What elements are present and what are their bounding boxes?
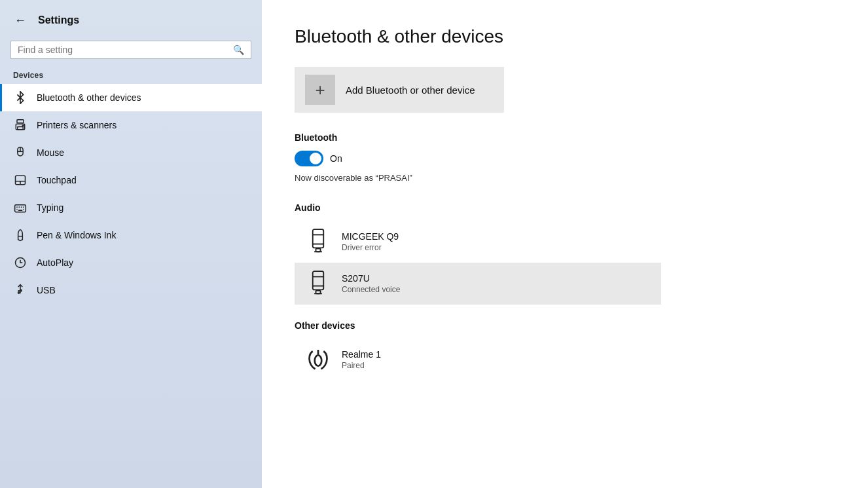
touchpad-icon [13, 173, 27, 187]
sidebar-item-touchpad[interactable]: Touchpad [0, 166, 262, 194]
sidebar-item-bluetooth-label: Bluetooth & other devices [37, 92, 141, 103]
bluetooth-toggle-row: On [295, 151, 835, 166]
s207u-status: Connected voice [342, 285, 400, 294]
device-item-s207u[interactable]: S207U Connected voice [295, 263, 661, 305]
printer-icon [13, 118, 27, 132]
main-content: Bluetooth & other devices + Add Bluetoot… [262, 0, 868, 488]
back-icon: ← [14, 14, 26, 28]
sidebar-item-mouse[interactable]: Mouse [0, 139, 262, 166]
svg-point-3 [22, 125, 24, 126]
sidebar-item-bluetooth[interactable]: Bluetooth & other devices [0, 84, 262, 111]
bluetooth-toggle-label: On [330, 153, 342, 164]
keyboard-icon [13, 200, 27, 215]
discoverable-text: Now discoverable as “PRASAI” [295, 173, 835, 183]
svg-rect-10 [15, 205, 26, 212]
autoplay-icon [13, 255, 27, 270]
page-title: Bluetooth & other devices [295, 26, 835, 47]
sidebar: ← Settings 🔍 Devices Bluetooth & other d… [0, 0, 262, 488]
s207u-icon [305, 271, 331, 297]
mouse-icon [13, 145, 27, 160]
bluetooth-heading: Bluetooth [295, 132, 835, 143]
toggle-knob [310, 153, 321, 164]
audio-heading: Audio [295, 202, 835, 213]
sidebar-item-typing[interactable]: Typing [0, 194, 262, 221]
svg-rect-25 [313, 229, 323, 248]
sidebar-item-autoplay-label: AutoPlay [37, 257, 73, 268]
devices-section-label: Devices [0, 68, 262, 84]
svg-rect-2 [18, 127, 23, 130]
device-item-realme1[interactable]: Realme 1 Paired [295, 339, 661, 381]
realme1-icon [305, 347, 331, 373]
micgeek-info: MICGEEK Q9 Driver error [342, 231, 399, 252]
bluetooth-toggle[interactable] [295, 151, 323, 166]
sidebar-item-typing-label: Typing [37, 202, 63, 213]
sidebar-item-usb[interactable]: USB [0, 276, 262, 304]
s207u-name: S207U [342, 273, 400, 284]
sidebar-header: ← Settings [0, 0, 262, 37]
sidebar-item-pen[interactable]: Pen & Windows Ink [0, 221, 262, 249]
other-devices-section: Other devices Realme 1 Paired [295, 320, 835, 381]
pen-icon [13, 228, 27, 242]
s207u-info: S207U Connected voice [342, 273, 400, 294]
audio-section: Audio MICGEEK Q9 Driver error [295, 202, 835, 305]
svg-rect-23 [18, 292, 20, 294]
sidebar-item-pen-label: Pen & Windows Ink [37, 230, 116, 240]
svg-rect-30 [313, 271, 323, 290]
realme1-status: Paired [342, 361, 381, 370]
micgeek-icon [305, 229, 331, 255]
other-devices-heading: Other devices [295, 320, 835, 331]
add-icon: + [305, 75, 335, 105]
sidebar-item-autoplay[interactable]: AutoPlay [0, 249, 262, 276]
sidebar-item-printers-label: Printers & scanners [37, 120, 117, 130]
svg-rect-0 [17, 120, 24, 123]
sidebar-title: Settings [38, 14, 79, 26]
search-icon: 🔍 [233, 45, 244, 55]
search-box[interactable]: 🔍 [10, 41, 251, 59]
bluetooth-icon [13, 90, 27, 105]
realme1-info: Realme 1 Paired [342, 349, 381, 370]
sidebar-item-usb-label: USB [37, 285, 56, 295]
add-device-label: Add Bluetooth or other device [346, 84, 475, 96]
sidebar-item-printers[interactable]: Printers & scanners [0, 111, 262, 139]
plus-icon: + [315, 80, 325, 100]
add-device-button[interactable]: + Add Bluetooth or other device [295, 67, 504, 113]
micgeek-name: MICGEEK Q9 [342, 231, 399, 242]
micgeek-status: Driver error [342, 243, 399, 252]
search-input[interactable] [18, 45, 228, 55]
usb-icon [13, 283, 27, 297]
svg-rect-24 [20, 290, 22, 291]
back-button[interactable]: ← [10, 10, 30, 30]
device-item-micgeek[interactable]: MICGEEK Q9 Driver error [295, 221, 661, 263]
sidebar-item-touchpad-label: Touchpad [37, 175, 77, 185]
bluetooth-section: Bluetooth On Now discoverable as “PRASAI… [295, 132, 835, 183]
sidebar-item-mouse-label: Mouse [37, 147, 64, 158]
realme1-name: Realme 1 [342, 349, 381, 360]
svg-point-35 [315, 355, 322, 366]
